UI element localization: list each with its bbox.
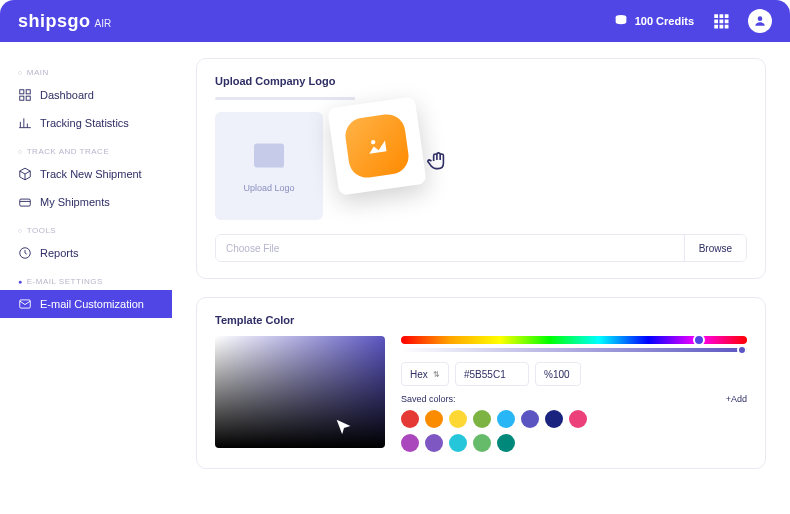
sidebar-item-label: Track New Shipment [40,168,142,180]
color-card: Template Color Hex⇅ #5B55C1 %100 [196,297,766,469]
section-email: E-MAIL SETTINGS [0,273,172,290]
sidebar-item-tracking-stats[interactable]: Tracking Statistics [0,109,172,137]
dashboard-icon [18,88,32,102]
color-format-select[interactable]: Hex⇅ [401,362,449,386]
color-swatch[interactable] [473,434,491,452]
chart-icon [18,116,32,130]
sidebar: MAIN Dashboard Tracking Statistics TRACK… [0,42,172,514]
file-row: Browse [215,234,747,262]
color-swatch[interactable] [497,410,515,428]
svg-point-19 [262,150,268,156]
brand: shipsgo AIR [18,11,111,32]
upload-area: Upload Logo [215,112,747,220]
brand-logo: shipsgo [18,11,91,32]
swatches [401,410,601,452]
shipments-icon [18,195,32,209]
top-bar: shipsgo AIR 100 Credits [0,0,790,42]
sidebar-item-email-customization[interactable]: E-mail Customization [0,290,172,318]
color-swatch[interactable] [569,410,587,428]
cursor-click-icon [333,416,355,438]
color-swatch[interactable] [449,410,467,428]
credits-label: 100 Credits [635,15,694,27]
main-content: Upload Company Logo Upload Logo Br [172,42,790,514]
clock-icon [18,246,32,260]
color-title: Template Color [215,314,747,326]
add-color-button[interactable]: +Add [726,394,747,404]
sidebar-item-label: Tracking Statistics [40,117,129,129]
svg-point-20 [371,140,376,145]
image-placeholder-icon [246,139,292,175]
hex-input[interactable]: #5B55C1 [455,362,529,386]
color-swatch[interactable] [425,434,443,452]
coins-icon [613,13,629,29]
saved-colors-label: Saved colors: [401,394,456,404]
avatar[interactable] [748,9,772,33]
color-swatch[interactable] [473,410,491,428]
alpha-input[interactable]: %100 [535,362,581,386]
svg-rect-12 [26,90,30,94]
upload-box-label: Upload Logo [243,183,294,193]
upload-card: Upload Company Logo Upload Logo Br [196,58,766,279]
user-icon [753,14,767,28]
sidebar-item-label: My Shipments [40,196,110,208]
sidebar-item-label: E-mail Customization [40,298,144,310]
file-input[interactable] [216,235,684,261]
dragged-logo-preview[interactable] [327,96,426,195]
credits-badge[interactable]: 100 Credits [613,13,694,29]
svg-rect-7 [714,25,718,29]
hue-knob[interactable] [693,334,705,346]
top-right: 100 Credits [613,9,772,33]
grab-hand-icon [425,148,451,174]
svg-rect-9 [725,25,729,29]
alpha-knob[interactable] [737,345,747,355]
sidebar-item-track-new[interactable]: Track New Shipment [0,160,172,188]
mail-icon [18,297,32,311]
sidebar-item-dashboard[interactable]: Dashboard [0,81,172,109]
svg-point-10 [758,16,763,21]
color-gradient-picker[interactable] [215,336,385,448]
chevron-updown-icon: ⇅ [433,370,440,379]
color-swatch[interactable] [497,434,515,452]
package-icon [18,167,32,181]
color-swatch[interactable] [449,434,467,452]
section-track: TRACK AND TRACE [0,143,172,160]
svg-rect-5 [720,20,724,24]
sidebar-item-my-shipments[interactable]: My Shipments [0,188,172,216]
svg-rect-1 [714,14,718,18]
brand-suffix: AIR [95,18,112,29]
section-tools: TOOLS [0,222,172,239]
svg-rect-17 [20,300,31,308]
color-swatch[interactable] [425,410,443,428]
sidebar-item-reports[interactable]: Reports [0,239,172,267]
sidebar-item-label: Reports [40,247,79,259]
section-main: MAIN [0,64,172,81]
svg-rect-8 [720,25,724,29]
svg-rect-2 [720,14,724,18]
svg-rect-3 [725,14,729,18]
upload-title: Upload Company Logo [215,75,747,87]
color-swatch[interactable] [545,410,563,428]
sidebar-item-label: Dashboard [40,89,94,101]
play-image-icon [362,131,391,160]
upload-dropzone[interactable]: Upload Logo [215,112,323,220]
color-swatch[interactable] [401,434,419,452]
apps-icon[interactable] [712,12,730,30]
svg-rect-11 [20,90,24,94]
logo-blob [343,112,411,180]
color-swatch[interactable] [401,410,419,428]
browse-button[interactable]: Browse [684,235,746,261]
hue-slider[interactable] [401,336,747,344]
color-controls: Hex⇅ #5B55C1 %100 Saved colors: +Add [401,336,747,452]
color-swatch[interactable] [521,410,539,428]
svg-rect-15 [20,199,31,206]
svg-rect-14 [26,96,30,100]
alpha-slider[interactable] [401,348,747,352]
svg-rect-4 [714,20,718,24]
svg-rect-13 [20,96,24,100]
svg-rect-6 [725,20,729,24]
